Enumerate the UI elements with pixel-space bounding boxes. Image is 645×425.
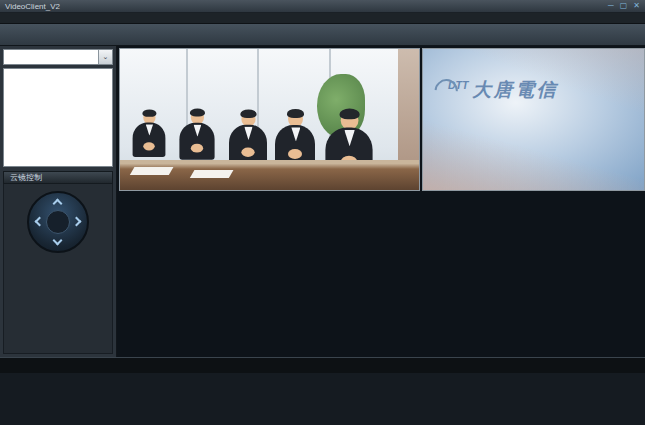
window-controls: ─ ▢ ✕ — [608, 1, 640, 11]
sidebar: ⌄ 云镜控制 — [0, 46, 117, 357]
maximize-button[interactable]: ▢ — [620, 1, 628, 11]
device-dropdown-value — [4, 50, 98, 64]
ptz-panel — [3, 184, 113, 354]
pan-left-icon[interactable] — [35, 217, 45, 227]
chevron-down-icon[interactable]: ⌄ — [98, 50, 112, 64]
dtt-watermark: DTT 大唐電信 — [435, 77, 559, 103]
ptz-panel-header: 云镜控制 — [3, 171, 113, 184]
menu-bar — [0, 13, 645, 24]
video-tile-logo[interactable]: DTT 大唐電信 — [422, 48, 645, 191]
nav-tab-bar — [0, 24, 645, 46]
alarm-button-bar — [0, 373, 645, 425]
pan-down-icon[interactable] — [53, 236, 63, 246]
live-video-image — [120, 49, 419, 190]
alarm-panel — [0, 357, 645, 425]
device-dropdown[interactable]: ⌄ — [3, 49, 113, 65]
ptz-dpad[interactable] — [27, 191, 89, 253]
minimize-button[interactable]: ─ — [608, 1, 614, 11]
video-client-window: VideoClient_V2 ─ ▢ ✕ ⌄ 云镜控制 — [0, 0, 645, 425]
title-bar: VideoClient_V2 ─ ▢ ✕ — [0, 0, 645, 13]
device-tree — [3, 68, 113, 167]
alarm-tab-bar — [0, 358, 645, 373]
pan-right-icon[interactable] — [72, 217, 82, 227]
window-title: VideoClient_V2 — [5, 2, 60, 11]
layout-selector-bar — [119, 337, 645, 357]
video-area: DTT 大唐電信 — [117, 46, 645, 357]
video-tile-live[interactable] — [119, 48, 420, 191]
ptz-center-button[interactable] — [46, 210, 70, 234]
pan-up-icon[interactable] — [53, 199, 63, 209]
close-button[interactable]: ✕ — [633, 1, 640, 11]
